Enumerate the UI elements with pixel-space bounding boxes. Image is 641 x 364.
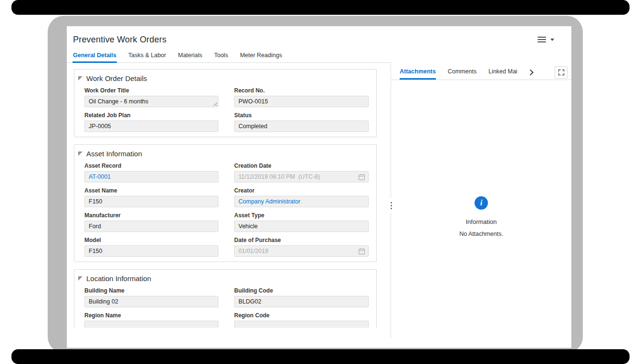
field-building-code: Building Code BLDG02 [234, 287, 369, 307]
field-label: Creator [234, 187, 369, 194]
main-tab-bar: General Details Tasks & Labor Materials … [67, 50, 391, 63]
field-label: Related Job Plan [84, 112, 218, 119]
field-record-no: Record No. PWO-0015 [234, 87, 369, 107]
field-work-order-title: Work Order Title Oil Change - 6 months [84, 87, 218, 107]
section-asset-information: Asset Information Asset Record AT-0001 C… [74, 144, 377, 262]
calendar-icon [358, 248, 365, 255]
section-header[interactable]: Asset Information [74, 150, 376, 158]
section-title: Work Order Details [86, 74, 147, 82]
asset-record-link[interactable]: AT-0001 [89, 173, 111, 180]
date-of-purchase-input: 01/01/2019 [234, 245, 369, 257]
tab-tools[interactable]: Tools [214, 50, 228, 62]
field-asset-name: Asset Name F150 [84, 187, 218, 207]
asset-type-input[interactable]: Vehicle [234, 221, 369, 232]
device-bezel-bottom [11, 349, 630, 364]
maximize-panel-button[interactable] [555, 66, 568, 79]
field-label: Region Name [84, 312, 218, 319]
asset-record-input[interactable]: AT-0001 [84, 171, 218, 182]
region-name-input[interactable] [84, 321, 218, 328]
section-title: Location Information [86, 274, 151, 283]
page-title: Preventive Work Orders [73, 35, 166, 45]
collapse-icon[interactable] [78, 76, 83, 81]
main-column: General Details Tasks & Labor Materials … [67, 50, 391, 348]
tab-comments[interactable]: Comments [448, 68, 476, 80]
section-header[interactable]: Location Information [74, 274, 376, 283]
tab-general-details[interactable]: General Details [72, 50, 117, 62]
tab-linked-mail[interactable]: Linked Mai [488, 68, 517, 80]
tab-tasks-labor[interactable]: Tasks & Labor [128, 50, 166, 62]
app-header: Preventive Work Orders [67, 26, 571, 50]
field-grid: Asset Record AT-0001 Creation Date 11/12… [74, 162, 376, 262]
field-label: Work Order Title [84, 87, 218, 94]
status-input[interactable]: Completed [234, 121, 369, 132]
field-label: Manufacturer [84, 212, 218, 219]
section-title: Asset Information [86, 150, 142, 158]
field-creator: Creator Company Administrator [234, 187, 369, 207]
field-label: Building Name [84, 287, 218, 294]
field-label: Asset Name [84, 187, 218, 194]
section-work-order-details: Work Order Details Work Order Title Oil … [74, 69, 377, 137]
field-building-name: Building Name Building 02 [84, 287, 218, 307]
field-label: Creation Date [234, 162, 369, 169]
manufacturer-input[interactable]: Ford [84, 221, 218, 232]
tab-meter-readings[interactable]: Meter Readings [239, 50, 282, 62]
device-bezel-top [11, 0, 630, 15]
device-frame: Preventive Work Orders General Details T… [48, 16, 583, 353]
info-icon: i [475, 196, 488, 210]
section-header[interactable]: Work Order Details [74, 74, 376, 82]
section-location-information: Location Information Building Name Build… [74, 269, 377, 328]
form-scroll-area: Work Order Details Work Order Title Oil … [67, 63, 391, 328]
asset-name-input[interactable]: F150 [84, 196, 218, 207]
field-label: Region Code [234, 312, 369, 319]
field-creation-date: Creation Date 11/12/2019 08:10 PM (UTC-8… [234, 162, 369, 182]
empty-state-title: Information [465, 218, 496, 225]
field-label: Asset Record [84, 162, 218, 169]
expand-icon [558, 69, 565, 76]
field-region-code: Region Code [234, 312, 369, 328]
field-label: Record No. [234, 87, 369, 94]
model-input[interactable]: F150 [84, 245, 218, 257]
field-label: Date of Purchase [234, 237, 369, 243]
resize-grip-icon[interactable] [213, 101, 217, 106]
related-job-plan-input[interactable]: JP-0005 [84, 121, 218, 132]
creation-date-input: 11/12/2019 08:10 PM (UTC-8) [234, 171, 369, 182]
field-date-of-purchase: Date of Purchase 01/01/2019 [234, 237, 369, 257]
building-name-input[interactable]: Building 02 [84, 296, 218, 307]
empty-state-message: No Attachments. [459, 231, 503, 237]
app-window: Preventive Work Orders General Details T… [67, 26, 571, 348]
field-label: Asset Type [234, 212, 369, 219]
creator-link[interactable]: Company Administrator [238, 198, 300, 205]
field-asset-record: Asset Record AT-0001 [84, 162, 218, 182]
field-label: Status [234, 112, 369, 119]
menu-button[interactable] [538, 37, 554, 42]
building-code-input[interactable]: BLDG02 [234, 296, 369, 307]
tab-overflow-chevron-icon[interactable] [529, 69, 536, 80]
field-manufacturer: Manufacturer Ford [84, 212, 218, 232]
field-status: Status Completed [234, 112, 369, 132]
panel-splitter-handle[interactable] [388, 198, 394, 212]
work-order-title-input[interactable]: Oil Change - 6 months [84, 96, 218, 107]
calendar-icon [358, 173, 365, 181]
hamburger-icon [538, 37, 546, 42]
record-no-input[interactable]: PWO-0015 [234, 96, 369, 107]
field-label: Model [84, 237, 218, 243]
collapse-icon[interactable] [78, 152, 83, 156]
caret-down-icon [550, 39, 554, 41]
attachments-empty-state: i Information No Attachments. [391, 80, 571, 348]
tab-attachments[interactable]: Attachments [400, 68, 436, 80]
tab-materials[interactable]: Materials [177, 50, 203, 62]
field-grid: Work Order Title Oil Change - 6 months R… [74, 87, 376, 137]
content-area: General Details Tasks & Labor Materials … [67, 50, 571, 348]
field-asset-type: Asset Type Vehicle [234, 212, 369, 232]
creator-input[interactable]: Company Administrator [234, 196, 369, 207]
region-code-input[interactable] [234, 321, 369, 328]
field-region-name: Region Name [84, 312, 218, 328]
collapse-icon[interactable] [78, 276, 83, 281]
field-related-job-plan: Related Job Plan JP-0005 [84, 112, 218, 132]
side-panel: Attachments Comments Linked Mai [391, 50, 571, 348]
field-label: Building Code [234, 287, 369, 294]
field-grid: Building Name Building 02 Building Code … [74, 287, 376, 328]
field-model: Model F150 [84, 237, 218, 257]
side-panel-tab-bar: Attachments Comments Linked Mai [391, 50, 571, 80]
